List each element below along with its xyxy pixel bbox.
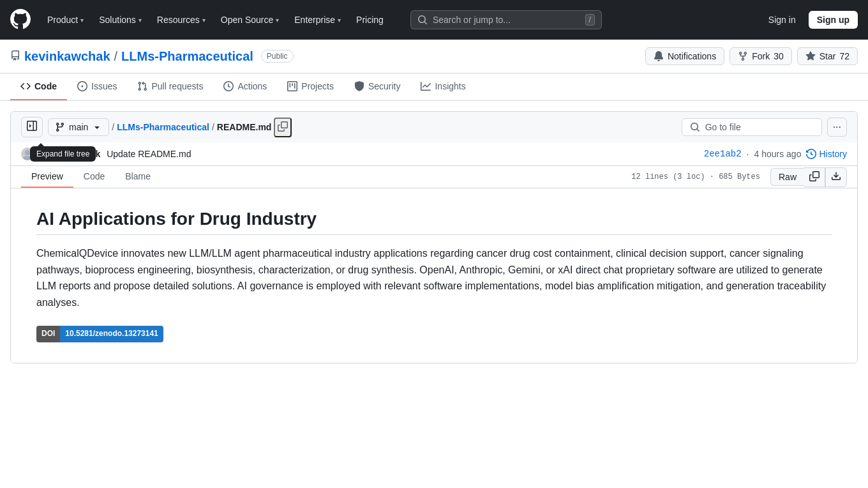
search-icon (417, 15, 428, 25)
nav-pricing[interactable]: Pricing (350, 11, 390, 29)
code-tab[interactable]: Code (73, 166, 115, 188)
site-header: Product ▾ Solutions ▾ Resources ▾ Open S… (0, 0, 868, 40)
repo-icon (10, 49, 20, 64)
readme-content: AI Applications for Drug Industry Chemic… (11, 188, 857, 363)
copy-path-button[interactable] (274, 118, 292, 137)
commit-time: 4 hours ago (754, 149, 801, 159)
repo-actions: Notifications Fork 30 Star 72 (645, 47, 858, 65)
raw-button[interactable]: Raw (770, 168, 804, 186)
path-separator: / (112, 122, 114, 132)
branch-selector[interactable]: main (48, 118, 109, 136)
header-actions: Sign in Sign up (761, 11, 858, 29)
security-icon (354, 81, 364, 91)
commit-meta: 2ee1ab2 · 4 hours ago History (704, 149, 847, 159)
fork-button[interactable]: Fork 30 (730, 47, 792, 65)
download-button[interactable] (825, 167, 847, 187)
readme-body: ChemicalQDevice innovates new LLM/LLM ag… (36, 245, 832, 342)
tab-projects[interactable]: Projects (277, 73, 344, 100)
path-separator-2: / (212, 122, 214, 132)
action-icon (223, 81, 234, 91)
commit-dot: · (747, 149, 749, 159)
star-button[interactable]: Star 72 (797, 47, 858, 65)
repo-path-link[interactable]: LLMs-Pharmaceutical (117, 122, 209, 132)
github-logo[interactable] (10, 9, 31, 31)
svg-point-0 (25, 150, 30, 155)
file-breadcrumb: main / LLMs-Pharmaceutical / README.md (48, 118, 292, 137)
nav-solutions[interactable]: Solutions ▾ (93, 11, 148, 29)
main-file-container: Expand file tree main / LLMs-Pharmaceuti… (10, 111, 858, 363)
nav-open-source[interactable]: Open Source ▾ (214, 11, 286, 29)
star-icon (805, 51, 816, 61)
expand-tooltip: Expand file tree (30, 146, 96, 162)
chevron-down-icon: ▾ (138, 17, 142, 24)
sidebar-toggle-button[interactable] (21, 117, 43, 137)
commit-hash-link[interactable]: 2ee1ab2 (704, 149, 742, 159)
issue-icon (77, 81, 87, 91)
nav-product[interactable]: Product ▾ (41, 11, 90, 29)
readme-title: AI Applications for Drug Industry (36, 209, 832, 235)
commit-message: Update README.md (107, 149, 191, 159)
tab-code[interactable]: Code (10, 73, 67, 100)
copy-icon (809, 171, 819, 181)
chevron-down-icon: ▾ (202, 17, 206, 24)
more-options-button[interactable]: ··· (827, 118, 847, 137)
nav-enterprise[interactable]: Enterprise ▾ (288, 11, 347, 29)
doi-label: DOI (36, 326, 60, 342)
history-icon (806, 149, 816, 159)
chevron-down-icon: ▾ (276, 17, 279, 24)
file-path-bar: Expand file tree main / LLMs-Pharmaceuti… (11, 112, 857, 142)
history-link[interactable]: History (806, 149, 847, 159)
sidebar-toggle-container: Expand file tree (21, 117, 43, 137)
file-view-tabs: Preview Code Blame 12 lines (3 loc) · 68… (11, 166, 857, 188)
tab-actions[interactable]: Actions (213, 73, 277, 100)
tab-security[interactable]: Security (344, 73, 411, 100)
repo-separator: / (114, 49, 118, 64)
search-icon (690, 122, 700, 132)
project-icon (287, 81, 297, 91)
file-action-buttons: Raw (770, 167, 847, 187)
bell-icon (654, 51, 664, 61)
repo-owner-link[interactable]: kevinkawchak (24, 49, 110, 64)
header-nav: Product ▾ Solutions ▾ Resources ▾ Open S… (41, 11, 390, 29)
goto-file-search[interactable]: Go to file (682, 118, 822, 136)
chevron-down-icon (92, 122, 102, 132)
file-name-label: README.md (217, 122, 272, 132)
commit-row: kevinkawchak Update README.md 2ee1ab2 · … (11, 142, 857, 166)
repo-name-link[interactable]: LLMs-Pharmaceutical (121, 49, 253, 64)
insights-icon (421, 81, 431, 91)
tab-insights[interactable]: Insights (410, 73, 475, 100)
doi-badge[interactable]: DOI 10.5281/zenodo.13273141 (36, 326, 163, 342)
blame-tab[interactable]: Blame (115, 166, 161, 188)
chevron-down-icon: ▾ (80, 17, 84, 24)
code-icon (20, 81, 31, 91)
tab-issues[interactable]: Issues (67, 73, 127, 100)
repo-breadcrumb: kevinkawchak / LLMs-Pharmaceutical Publi… (10, 49, 294, 64)
pr-icon (137, 81, 147, 91)
preview-tab[interactable]: Preview (21, 166, 73, 188)
header-search[interactable]: Search or jump to... / (410, 10, 602, 29)
sidebar-icon (27, 121, 37, 131)
tab-pull-requests[interactable]: Pull requests (127, 73, 213, 100)
signin-button[interactable]: Sign in (761, 11, 804, 28)
file-info: 12 lines (3 loc) · 685 Bytes (631, 167, 760, 187)
visibility-badge: Public (261, 50, 294, 63)
copy-raw-button[interactable] (804, 167, 825, 187)
nav-resources[interactable]: Resources ▾ (151, 11, 212, 29)
branch-icon (55, 122, 65, 132)
fork-icon (738, 51, 748, 61)
doi-value: 10.5281/zenodo.13273141 (60, 326, 163, 342)
repo-header: kevinkawchak / LLMs-Pharmaceutical Publi… (0, 40, 868, 73)
chevron-down-icon: ▾ (338, 17, 341, 24)
copy-icon (278, 121, 288, 132)
notifications-button[interactable]: Notifications (645, 47, 724, 65)
download-icon (831, 171, 841, 181)
repo-tab-nav: Code Issues Pull requests Actions Projec… (0, 73, 868, 101)
signup-button[interactable]: Sign up (809, 11, 858, 29)
